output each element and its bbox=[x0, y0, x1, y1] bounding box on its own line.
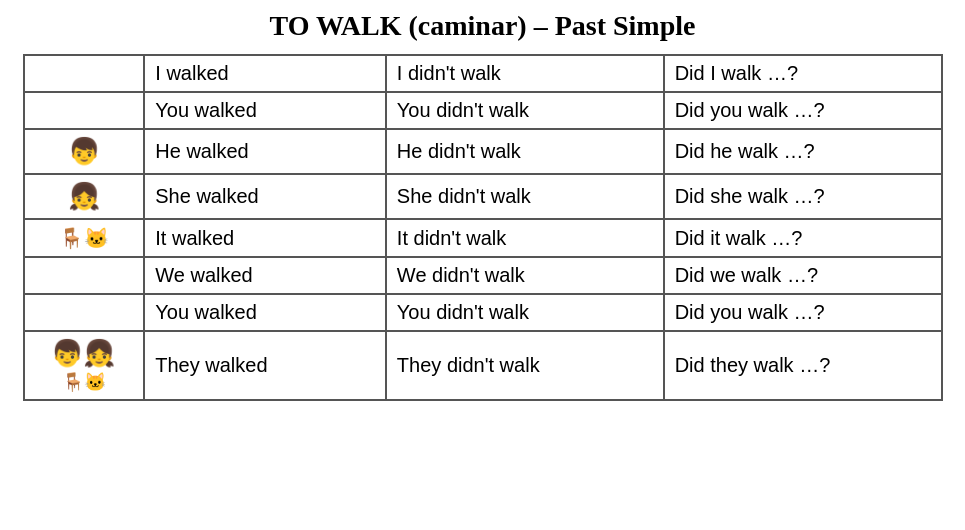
table-row: 👦👧🪑🐱They walkedThey didn't walkDid they … bbox=[24, 331, 942, 400]
icon-cell bbox=[24, 92, 145, 129]
icon-cell bbox=[24, 257, 145, 294]
table-row: You walkedYou didn't walkDid you walk …? bbox=[24, 294, 942, 331]
affirmative-cell: It walked bbox=[144, 219, 386, 257]
table-row: 🪑🐱It walkedIt didn't walkDid it walk …? bbox=[24, 219, 942, 257]
negative-cell: They didn't walk bbox=[386, 331, 664, 400]
interrogative-cell: Did I walk …? bbox=[664, 55, 942, 92]
negative-cell: I didn't walk bbox=[386, 55, 664, 92]
interrogative-cell: Did it walk …? bbox=[664, 219, 942, 257]
icon-cell: 👧 bbox=[24, 174, 145, 219]
interrogative-cell: Did they walk …? bbox=[664, 331, 942, 400]
affirmative-cell: You walked bbox=[144, 92, 386, 129]
icon-cell bbox=[24, 55, 145, 92]
icon-cell: 👦👧🪑🐱 bbox=[24, 331, 145, 400]
affirmative-cell: She walked bbox=[144, 174, 386, 219]
icon-cell: 👦 bbox=[24, 129, 145, 174]
icon-cell: 🪑🐱 bbox=[24, 219, 145, 257]
affirmative-cell: We walked bbox=[144, 257, 386, 294]
table-row: You walkedYou didn't walkDid you walk …? bbox=[24, 92, 942, 129]
negative-cell: She didn't walk bbox=[386, 174, 664, 219]
affirmative-cell: You walked bbox=[144, 294, 386, 331]
interrogative-cell: Did you walk …? bbox=[664, 294, 942, 331]
table-row: I walkedI didn't walkDid I walk …? bbox=[24, 55, 942, 92]
table-row: 👦He walkedHe didn't walkDid he walk …? bbox=[24, 129, 942, 174]
negative-cell: We didn't walk bbox=[386, 257, 664, 294]
conjugation-table: I walkedI didn't walkDid I walk …?You wa… bbox=[23, 54, 943, 401]
affirmative-cell: He walked bbox=[144, 129, 386, 174]
affirmative-cell: They walked bbox=[144, 331, 386, 400]
affirmative-cell: I walked bbox=[144, 55, 386, 92]
negative-cell: You didn't walk bbox=[386, 92, 664, 129]
interrogative-cell: Did he walk …? bbox=[664, 129, 942, 174]
icon-cell bbox=[24, 294, 145, 331]
negative-cell: He didn't walk bbox=[386, 129, 664, 174]
negative-cell: It didn't walk bbox=[386, 219, 664, 257]
table-row: We walkedWe didn't walkDid we walk …? bbox=[24, 257, 942, 294]
table-row: 👧She walkedShe didn't walkDid she walk …… bbox=[24, 174, 942, 219]
interrogative-cell: Did you walk …? bbox=[664, 92, 942, 129]
page-title: TO WALK (caminar) – Past Simple bbox=[270, 10, 696, 42]
interrogative-cell: Did she walk …? bbox=[664, 174, 942, 219]
negative-cell: You didn't walk bbox=[386, 294, 664, 331]
interrogative-cell: Did we walk …? bbox=[664, 257, 942, 294]
